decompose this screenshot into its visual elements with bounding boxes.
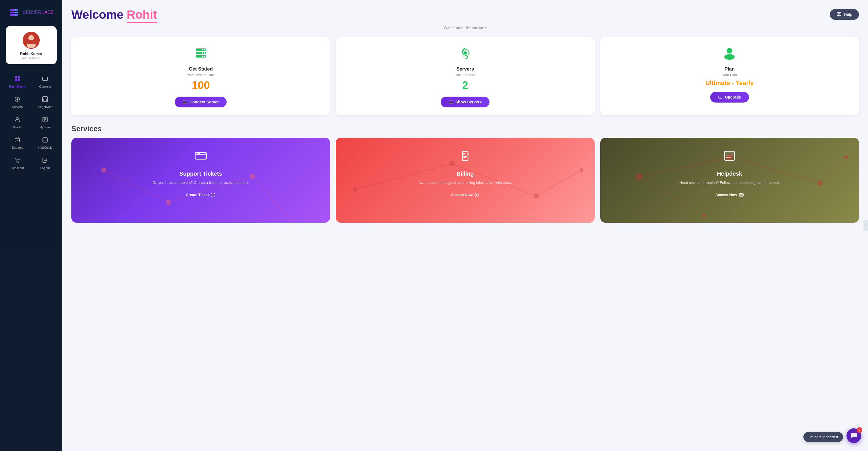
svg-marker-89	[476, 194, 478, 196]
service-card-support: Support Tickets Do you have a problem? C…	[71, 138, 330, 223]
svg-point-47	[204, 52, 205, 54]
show-servers-button[interactable]: Show Servers	[441, 97, 490, 108]
connect-server-label: Connect Server	[189, 100, 219, 104]
plan-icon	[722, 46, 737, 63]
stat-value-0: 100	[192, 79, 210, 91]
svg-point-55	[463, 51, 467, 55]
logo-icon	[8, 7, 20, 18]
sidebar-item-servers[interactable]: Servers	[4, 93, 30, 111]
services-section: Services	[71, 124, 859, 223]
sidebar-item-connect[interactable]: Connect	[32, 72, 58, 90]
svg-rect-52	[183, 100, 187, 101]
svg-point-67	[101, 168, 106, 173]
sidebar-item-profile[interactable]: Profile	[4, 113, 30, 131]
sidebar-item-label: My Plan	[39, 125, 51, 129]
svg-rect-17	[42, 77, 48, 81]
stat-title-2: Plan	[724, 66, 735, 72]
help-button[interactable]: Help	[830, 9, 859, 20]
checkout-icon	[14, 157, 21, 165]
svg-line-77	[355, 163, 452, 189]
logo-area: SERVERKADE	[4, 7, 58, 18]
helpdesk-access-link[interactable]: Access Now	[715, 192, 744, 198]
show-servers-label: Show Servers	[456, 100, 482, 104]
sidebar-item-label: Servers	[12, 105, 23, 109]
support-ticket-icon	[194, 149, 208, 166]
stat-sub-2: Your Plan	[722, 73, 737, 77]
svg-point-51	[202, 56, 203, 57]
sidebar-item-label: DashBoard	[9, 85, 26, 88]
svg-rect-14	[18, 76, 20, 79]
svg-rect-73	[197, 153, 200, 154]
svg-rect-61	[719, 96, 722, 98]
stat-card-get-stated: Get Stated Your Servers Limit 100 Connec…	[71, 36, 330, 115]
svg-point-2	[15, 9, 16, 10]
svg-rect-15	[15, 79, 17, 81]
create-ticket-link[interactable]: Create Ticket	[186, 192, 216, 198]
list-icon	[183, 100, 187, 104]
sidebar-item-label: Checkout	[11, 166, 24, 170]
list-icon-3	[739, 192, 744, 198]
chat-bubble[interactable]: 2	[846, 428, 861, 443]
service-title-0: Support Tickets	[179, 171, 222, 177]
sidebar-item-checkout[interactable]: Checkout	[4, 154, 30, 172]
profile-name: Rohit Kumar	[20, 52, 42, 56]
list-icon-2	[449, 100, 453, 104]
service-title-1: Billing	[456, 171, 474, 177]
service-desc-1: Access and manage all your billing infor…	[418, 180, 512, 185]
sidebar: SERVERKADE Rohit Kumar Administrator Das…	[0, 0, 62, 451]
sidebar-item-logout[interactable]: Logout	[32, 154, 58, 172]
sidebar-toggle[interactable]: ›	[864, 220, 868, 231]
svg-point-80	[353, 187, 358, 192]
svg-point-7	[17, 14, 18, 16]
sidebar-item-helpdesk[interactable]: HelpDesk	[32, 133, 58, 152]
svg-rect-16	[18, 79, 20, 81]
services-row: Support Tickets Do you have a problem? C…	[71, 138, 859, 223]
svg-line-90	[639, 157, 730, 176]
sidebar-item-dashboard[interactable]: DashBoard	[4, 72, 30, 90]
sidebar-item-myplan[interactable]: My Plan	[32, 113, 58, 131]
connect-server-button[interactable]: Connect Server	[175, 97, 227, 108]
helpdesk-icon	[42, 137, 48, 145]
get-stated-icon	[193, 46, 208, 63]
helpdesk-service-icon	[723, 149, 736, 166]
chat-badge: 2	[857, 427, 862, 433]
svg-point-84	[463, 153, 465, 155]
service-title-2: Helpdesk	[717, 171, 742, 177]
welcome-heading: Welcome Rohit	[71, 8, 157, 23]
stat-title-0: Get Stated	[189, 66, 213, 72]
svg-point-94	[636, 173, 642, 180]
upgrade-button[interactable]: Upgrade	[710, 92, 749, 102]
stat-sub-1: Total Servers	[455, 73, 475, 77]
avatar	[23, 32, 40, 49]
billing-access-link[interactable]: Access Now	[451, 192, 479, 198]
dashboard-icon	[14, 76, 21, 83]
svg-point-83	[580, 168, 584, 172]
svg-point-48	[202, 52, 203, 54]
svg-rect-12	[28, 40, 35, 44]
svg-point-82	[534, 193, 539, 198]
sidebar-item-label: Profile	[13, 125, 22, 129]
sidebar-item-label: InsightKade	[37, 105, 53, 109]
stat-value-2: Ultimate - Yearly	[705, 79, 754, 87]
support-icon	[14, 137, 21, 145]
svg-rect-13	[15, 76, 17, 79]
svg-point-39	[19, 162, 19, 163]
stat-card-plan: Plan Your Plan Ultimate - Yearly Upgrade	[600, 36, 859, 115]
svg-rect-40	[837, 12, 841, 16]
sidebar-item-label: Support	[12, 146, 23, 149]
service-card-helpdesk: Helpdesk Need more information? Follow t…	[600, 138, 859, 223]
profile-card: Rohit Kumar Administrator	[6, 26, 57, 64]
chat-text-button[interactable]: I'm here if needed	[803, 432, 843, 442]
svg-line-91	[730, 157, 820, 183]
svg-rect-54	[183, 103, 187, 103]
sidebar-item-support[interactable]: Support	[4, 133, 30, 152]
svg-rect-58	[449, 103, 453, 103]
service-desc-0: Do you have a problem? Create a ticket t…	[153, 180, 249, 185]
svg-point-5	[15, 12, 16, 13]
stat-card-servers: Servers Total Servers 2 Show Servers	[336, 36, 594, 115]
sidebar-item-insightkade[interactable]: InsightKade	[32, 93, 58, 111]
svg-point-96	[817, 180, 823, 185]
svg-line-63	[104, 170, 168, 202]
myplan-icon	[42, 116, 48, 124]
help-label: Help	[844, 12, 852, 17]
